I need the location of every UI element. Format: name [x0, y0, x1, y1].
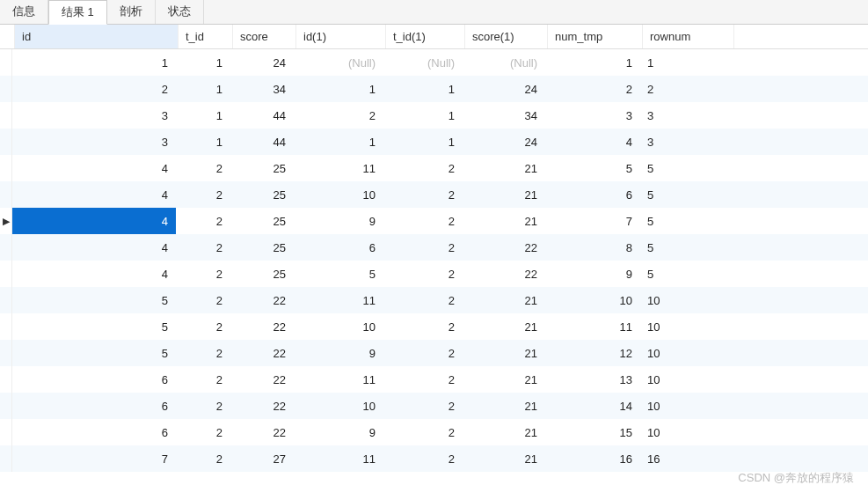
cell-rownum[interactable]: 5: [640, 155, 732, 181]
cell-id[interactable]: 6: [12, 366, 176, 393]
cell-id1[interactable]: 9: [294, 208, 383, 234]
cell-num_tmp[interactable]: 3: [545, 102, 640, 129]
cell-score[interactable]: 44: [230, 102, 294, 129]
cell-id1[interactable]: 10: [294, 313, 383, 340]
cell-score1[interactable]: 21: [463, 208, 545, 234]
cell-t_id[interactable]: 2: [176, 313, 230, 340]
cell-id[interactable]: 1: [12, 49, 176, 76]
cell-t_id[interactable]: 1: [176, 129, 230, 155]
cell-score1[interactable]: 21: [463, 445, 545, 472]
cell-rownum[interactable]: 5: [640, 234, 732, 261]
table-row[interactable]: 1124(Null)(Null)(Null)11: [0, 49, 868, 76]
cell-t_id1[interactable]: 2: [383, 366, 463, 393]
cell-id1[interactable]: 1: [294, 76, 383, 102]
cell-score1[interactable]: 21: [463, 287, 545, 313]
cell-id1[interactable]: (Null): [294, 49, 383, 76]
cell-id[interactable]: 3: [12, 129, 176, 155]
cell-t_id[interactable]: 1: [176, 49, 230, 76]
cell-t_id[interactable]: 2: [176, 287, 230, 313]
cell-score1[interactable]: 21: [463, 366, 545, 393]
cell-id1[interactable]: 11: [294, 155, 383, 181]
cell-num_tmp[interactable]: 9: [545, 261, 640, 287]
cell-id1[interactable]: 6: [294, 234, 383, 261]
cell-id[interactable]: 4: [12, 261, 176, 287]
cell-t_id1[interactable]: 2: [383, 419, 463, 445]
cell-id1[interactable]: 11: [294, 287, 383, 313]
cell-t_id[interactable]: 2: [176, 181, 230, 208]
col-header-id1[interactable]: id(1): [296, 25, 386, 48]
cell-t_id[interactable]: 2: [176, 366, 230, 393]
cell-t_id1[interactable]: 2: [383, 445, 463, 472]
table-row[interactable]: 7227112211616: [0, 445, 868, 472]
cell-rownum[interactable]: 10: [640, 393, 732, 419]
table-row[interactable]: 622292211510: [0, 419, 868, 445]
cell-score[interactable]: 25: [230, 181, 294, 208]
cell-score[interactable]: 25: [230, 208, 294, 234]
cell-score[interactable]: 22: [230, 366, 294, 393]
cell-t_id[interactable]: 2: [176, 261, 230, 287]
cell-t_id[interactable]: 2: [176, 208, 230, 234]
cell-score1[interactable]: 22: [463, 261, 545, 287]
cell-num_tmp[interactable]: 16: [545, 445, 640, 472]
cell-t_id1[interactable]: (Null): [383, 49, 463, 76]
cell-t_id1[interactable]: 1: [383, 129, 463, 155]
cell-id[interactable]: 2: [12, 76, 176, 102]
cell-id[interactable]: 4: [12, 155, 176, 181]
cell-num_tmp[interactable]: 12: [545, 340, 640, 366]
table-row[interactable]: 5222112211010: [0, 287, 868, 313]
col-header-t-id1[interactable]: t_id(1): [386, 25, 465, 48]
cell-score1[interactable]: 24: [463, 129, 545, 155]
cell-rownum[interactable]: 2: [640, 76, 732, 102]
cell-score[interactable]: 22: [230, 313, 294, 340]
cell-score[interactable]: 25: [230, 261, 294, 287]
cell-num_tmp[interactable]: 11: [545, 313, 640, 340]
col-header-score[interactable]: score: [233, 25, 296, 48]
cell-score1[interactable]: (Null): [463, 49, 545, 76]
cell-score[interactable]: 25: [230, 234, 294, 261]
col-header-score1[interactable]: score(1): [465, 25, 548, 48]
tab-status[interactable]: 状态: [156, 0, 204, 24]
cell-t_id1[interactable]: 2: [383, 261, 463, 287]
cell-t_id1[interactable]: 2: [383, 208, 463, 234]
cell-rownum[interactable]: 10: [640, 419, 732, 445]
tab-info[interactable]: 信息: [0, 0, 48, 24]
table-row[interactable]: 2134112422: [0, 76, 868, 102]
cell-t_id[interactable]: 2: [176, 155, 230, 181]
cell-id1[interactable]: 9: [294, 340, 383, 366]
cell-score[interactable]: 25: [230, 155, 294, 181]
cell-score1[interactable]: 21: [463, 419, 545, 445]
cell-id[interactable]: 7: [12, 445, 176, 472]
cell-num_tmp[interactable]: 7: [545, 208, 640, 234]
cell-rownum[interactable]: 3: [640, 129, 732, 155]
cell-rownum[interactable]: 5: [640, 208, 732, 234]
col-header-t-id[interactable]: t_id: [179, 25, 233, 48]
table-row[interactable]: 4225622285: [0, 234, 868, 261]
cell-score[interactable]: 44: [230, 129, 294, 155]
cell-t_id[interactable]: 2: [176, 419, 230, 445]
col-header-id[interactable]: id: [15, 25, 179, 48]
cell-t_id1[interactable]: 2: [383, 393, 463, 419]
table-row[interactable]: ▶4225922175: [0, 208, 868, 234]
cell-t_id1[interactable]: 1: [383, 102, 463, 129]
cell-num_tmp[interactable]: 15: [545, 419, 640, 445]
cell-id[interactable]: 3: [12, 102, 176, 129]
cell-rownum[interactable]: 10: [640, 340, 732, 366]
cell-t_id[interactable]: 2: [176, 393, 230, 419]
cell-score1[interactable]: 34: [463, 102, 545, 129]
cell-t_id1[interactable]: 1: [383, 76, 463, 102]
cell-id[interactable]: 6: [12, 393, 176, 419]
cell-id[interactable]: 4: [12, 234, 176, 261]
table-row[interactable]: 5222102211110: [0, 313, 868, 340]
table-row[interactable]: 4225522295: [0, 261, 868, 287]
cell-rownum[interactable]: 3: [640, 102, 732, 129]
cell-score1[interactable]: 22: [463, 234, 545, 261]
cell-num_tmp[interactable]: 13: [545, 366, 640, 393]
cell-score[interactable]: 27: [230, 445, 294, 472]
cell-t_id1[interactable]: 2: [383, 234, 463, 261]
cell-num_tmp[interactable]: 5: [545, 155, 640, 181]
cell-num_tmp[interactable]: 10: [545, 287, 640, 313]
cell-rownum[interactable]: 10: [640, 313, 732, 340]
table-row[interactable]: 3144112443: [0, 129, 868, 155]
table-row[interactable]: 6222112211310: [0, 366, 868, 393]
cell-score[interactable]: 22: [230, 393, 294, 419]
